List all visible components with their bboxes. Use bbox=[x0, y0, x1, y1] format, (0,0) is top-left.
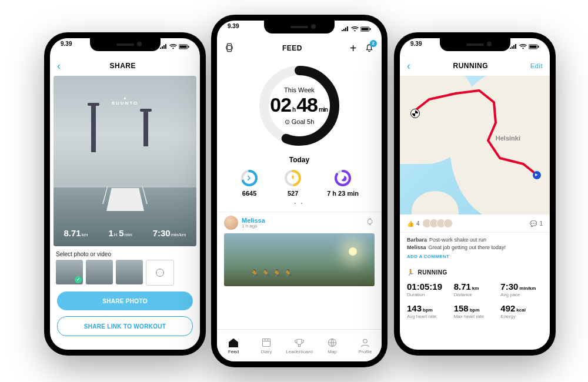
signal-icon bbox=[159, 44, 168, 49]
tab-leaderboard[interactable]: Leaderboard bbox=[283, 330, 316, 361]
share-link-button[interactable]: SHARE LINK TO WORKOUT bbox=[57, 316, 193, 336]
svg-rect-21 bbox=[538, 46, 539, 48]
start-marker bbox=[533, 171, 541, 179]
nav-title: FEED bbox=[282, 44, 302, 52]
share-hero: SUUNTO 8.71km 1H 5min 7:30min/km bbox=[54, 76, 196, 246]
thumb-add[interactable] bbox=[146, 260, 174, 286]
thumb-2[interactable] bbox=[86, 260, 113, 284]
phone-running: 9.39 ‹ RUNNING Edit Helsinki bbox=[394, 32, 556, 356]
activity-stats: 🏃RUNNING 01:05:19Duration 8.71kmDistance… bbox=[400, 263, 550, 319]
select-photo-label: Select photo or video bbox=[56, 251, 194, 257]
notch bbox=[264, 21, 335, 33]
svg-rect-5 bbox=[370, 28, 371, 30]
today-sleep[interactable]: 7 h 23 min bbox=[327, 169, 359, 197]
notch bbox=[90, 38, 161, 51]
today-label: Today bbox=[217, 156, 382, 164]
status-icons bbox=[341, 23, 371, 35]
notifications-button[interactable]: 2 bbox=[364, 42, 375, 55]
status-time: 9.39 bbox=[228, 23, 239, 35]
svg-point-15 bbox=[368, 219, 372, 224]
social-bar: 👍 4 💬 1 bbox=[400, 215, 550, 233]
stat-pace: 7:30min/kmAvg pace bbox=[500, 282, 543, 297]
ring-value: 02h48min bbox=[270, 95, 329, 115]
stat-energy: 492kcalEnergy bbox=[500, 303, 543, 319]
hero-stats: 8.71km 1H 5min 7:30min/km bbox=[54, 228, 196, 238]
feed-post-time: 1 h ago bbox=[242, 224, 362, 229]
comment-icon[interactable]: 💬 bbox=[530, 220, 537, 227]
svg-rect-2 bbox=[188, 46, 189, 48]
nav-bar: FEED + 2 bbox=[217, 38, 382, 58]
stat-max-hr: 158bpmMax heart rate bbox=[454, 303, 496, 319]
tab-map[interactable]: Map bbox=[316, 330, 349, 361]
stat-duration: 01:05:19Duration bbox=[407, 282, 449, 297]
weekly-ring[interactable]: This Week 02h48min ⊙ Goal 5h bbox=[255, 62, 343, 150]
status-icons bbox=[509, 41, 539, 52]
status-time: 9.39 bbox=[61, 41, 72, 52]
share-photo-button[interactable]: SHARE PHOTO bbox=[57, 291, 193, 310]
feed-user-name: Melissa bbox=[242, 217, 362, 224]
status-time: 9.39 bbox=[410, 41, 422, 52]
avatar bbox=[224, 216, 238, 230]
likers-avatars[interactable] bbox=[425, 219, 453, 228]
page-dots: • • bbox=[217, 200, 382, 206]
comment-count: 1 bbox=[539, 220, 543, 227]
comment-2: MelissaGreat job getting out there today… bbox=[407, 244, 543, 252]
comment-1: BarbaraPost-work shake out run bbox=[407, 236, 543, 244]
nav-bar: ‹ SHARE bbox=[50, 56, 200, 76]
tab-profile[interactable]: Profile bbox=[349, 330, 382, 361]
brand-logo: SUUNTO bbox=[112, 96, 139, 106]
phone-feed: 9.39 FEED + 2 bbox=[211, 15, 387, 367]
edit-button[interactable]: Edit bbox=[530, 62, 543, 69]
wifi-icon bbox=[169, 44, 177, 49]
thumb-3[interactable] bbox=[116, 260, 143, 284]
nav-bar: ‹ RUNNING Edit bbox=[400, 56, 550, 76]
comments-section: BarbaraPost-work shake out run MelissaGr… bbox=[400, 233, 550, 263]
like-count: 4 bbox=[416, 220, 420, 227]
today-steps[interactable]: 6645 bbox=[240, 169, 259, 197]
svg-rect-4 bbox=[362, 28, 369, 30]
back-button[interactable]: ‹ bbox=[407, 60, 411, 72]
nav-title: SHARE bbox=[109, 62, 136, 70]
ring-label: This Week bbox=[284, 86, 315, 93]
today-calories[interactable]: 527 bbox=[283, 169, 302, 197]
back-button[interactable]: ‹ bbox=[57, 60, 61, 72]
tab-feed[interactable]: Feed bbox=[217, 330, 250, 361]
svg-rect-20 bbox=[530, 45, 537, 48]
nav-title: RUNNING bbox=[453, 62, 489, 70]
svg-rect-16 bbox=[262, 339, 270, 346]
notch bbox=[440, 38, 510, 51]
phone-share: 9.39 ‹ SHARE SUUNTO 8 bbox=[44, 32, 206, 356]
feed-photo: 🏃🏃🏃🏃 bbox=[224, 233, 375, 286]
status-icons bbox=[159, 41, 189, 52]
photo-thumbnails bbox=[50, 260, 200, 286]
finish-marker bbox=[410, 109, 420, 118]
ring-goal: ⊙ Goal 5h bbox=[285, 118, 315, 126]
svg-rect-1 bbox=[180, 45, 187, 48]
thumb-1[interactable] bbox=[56, 260, 83, 284]
stat-avg-hr: 143bpmAvg heart rate bbox=[407, 303, 449, 319]
battery-icon bbox=[179, 44, 189, 49]
stat-distance: 8.71kmDistance bbox=[454, 282, 496, 297]
add-comment-button[interactable]: ADD A COMMENT bbox=[407, 253, 543, 260]
notification-badge: 2 bbox=[370, 40, 377, 47]
feed-post[interactable]: Melissa 1 h ago 🏃🏃🏃🏃 bbox=[217, 212, 382, 286]
svg-point-18 bbox=[363, 339, 368, 343]
tab-bar: Feed Diary Leaderboard Map Profile bbox=[217, 329, 382, 361]
watch-icon bbox=[365, 217, 375, 229]
tab-diary[interactable]: Diary bbox=[250, 330, 283, 361]
route-map[interactable]: Helsinki bbox=[400, 76, 550, 215]
like-button[interactable]: 👍 bbox=[407, 220, 414, 227]
svg-point-6 bbox=[227, 45, 232, 50]
watch-icon[interactable] bbox=[224, 42, 235, 55]
running-icon: 🏃 bbox=[407, 269, 415, 276]
